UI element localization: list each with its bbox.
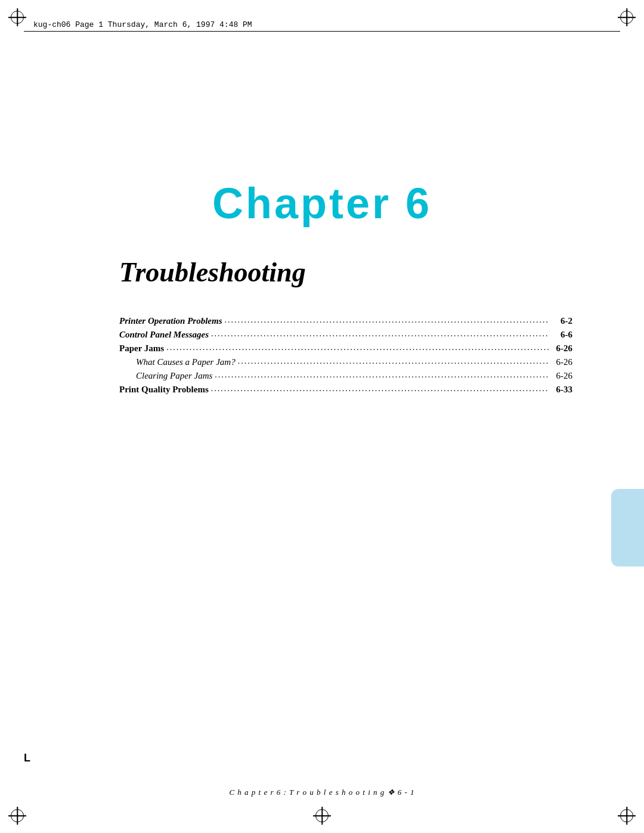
toc-label-6: Print Quality Problems [119,385,209,395]
toc-dots-6 [211,383,549,394]
section-title: Troubleshooting [119,256,306,288]
toc-label-5: Clearing Paper Jams [136,371,212,381]
toc-page-3: 6-26 [552,343,572,354]
toc-dots-3 [166,342,549,352]
table-of-contents: Printer Operation Problems 6-2 Control P… [119,316,572,398]
toc-item-4: What Causes a Paper Jam? 6-26 [119,357,572,367]
chapter-title: Chapter 6 [212,179,432,227]
chapter-heading: Chapter 6 [0,179,644,228]
toc-dots-2 [211,329,549,339]
footer-text: C h a p t e r 6 : T r o u b l e s h o o … [229,788,414,797]
toc-label-4: What Causes a Paper Jam? [136,357,236,367]
header-rule [24,31,620,32]
toc-label-1: Printer Operation Problems [119,316,222,326]
left-margin-mark: L [24,752,30,764]
toc-dots-4 [238,356,549,366]
reg-mark-bottom-left [8,807,26,825]
chapter-tab [611,489,644,566]
header-text: kug-ch06 Page 1 Thursday, March 6, 1997 … [33,20,252,29]
toc-item-3: Paper Jams 6-26 [119,343,572,354]
toc-page-5: 6-26 [552,371,572,381]
toc-page-6: 6-33 [552,385,572,395]
toc-label-2: Control Panel Messages [119,330,209,340]
footer: C h a p t e r 6 : T r o u b l e s h o o … [0,786,644,797]
toc-item-5: Clearing Paper Jams 6-26 [119,371,572,381]
toc-item-1: Printer Operation Problems 6-2 [119,316,572,326]
toc-dots-1 [225,315,549,325]
reg-mark-bottom-center [313,807,331,825]
toc-page-4: 6-26 [552,357,572,367]
reg-mark-top-right [618,8,636,26]
reg-mark-top-left [8,8,26,26]
toc-dots-5 [215,370,549,380]
page: kug-ch06 Page 1 Thursday, March 6, 1997 … [0,0,644,833]
toc-item-2: Control Panel Messages 6-6 [119,330,572,340]
toc-item-6: Print Quality Problems 6-33 [119,385,572,395]
toc-label-3: Paper Jams [119,343,164,354]
toc-page-2: 6-6 [552,330,572,340]
toc-page-1: 6-2 [552,316,572,326]
reg-mark-bottom-right [618,807,636,825]
section-title-text: Troubleshooting [119,257,306,287]
